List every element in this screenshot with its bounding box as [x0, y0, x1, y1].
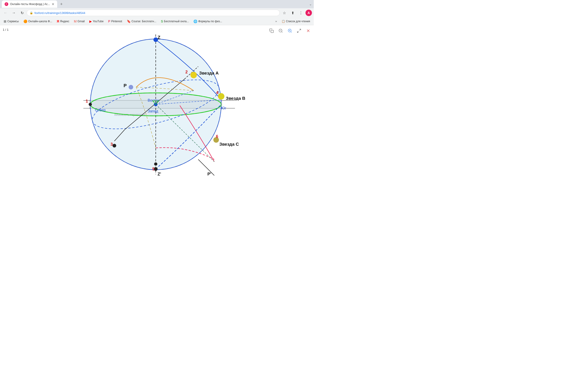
forward-button[interactable]: → — [10, 9, 17, 17]
reading-list-label: Список для чтения — [286, 20, 310, 23]
share-button[interactable]: ⬆ — [289, 9, 296, 17]
bookmark-gmail[interactable]: M Gmail — [72, 19, 86, 24]
bookmark-youtube[interactable]: ▶ YouTube — [87, 19, 105, 24]
bookmarks-bar: ⊞ Сервисы 🟠 Онлайн-школа Ф... Я Яндекс M… — [0, 17, 314, 25]
svg-line-3 — [282, 32, 283, 33]
bookmark-formulas[interactable]: 🌐 Формулы по физ... — [191, 19, 224, 24]
star-c-label: Звезда С — [219, 142, 239, 147]
youtube-icon: ▶ — [89, 19, 92, 23]
svg-point-39 — [154, 162, 157, 166]
num4-label: 4 — [216, 90, 218, 95]
bookmark-label: Онлайн-школа Ф... — [28, 20, 52, 23]
p-prime-label: P' — [208, 172, 211, 176]
south-label: Юг — [221, 106, 226, 110]
svg-point-35 — [218, 93, 225, 100]
content-area: 1 / 1 — [0, 25, 314, 184]
bookmark-besplatniy[interactable]: S Бесплатный онла... — [159, 19, 191, 24]
new-tab-button[interactable]: + — [58, 1, 65, 7]
diagram-container: плоскость горизонта — [0, 25, 314, 184]
reading-list-icon: 📋 — [282, 20, 285, 23]
url-text: foxford.ru/trainings/13699/tasks/48544 — [35, 11, 85, 15]
nav-actions: ☆ ⬆ ⋮ A — [281, 9, 312, 17]
north-label: Север — [95, 108, 106, 112]
bookmark-label: Яндекс — [60, 20, 69, 23]
svg-point-31 — [153, 37, 158, 42]
nav-bar: ← → ↻ 🔒 foxford.ru/trainings/13699/tasks… — [0, 8, 314, 17]
bookmark-yandex[interactable]: Я Яндекс — [55, 19, 71, 24]
more-options-button[interactable]: ⋮ — [297, 9, 304, 17]
num6-label: 6 — [216, 134, 218, 139]
copy-button[interactable] — [268, 27, 275, 34]
active-tab[interactable]: F Онлайн-тесты Фоксфорд | Ас... ✕ — [2, 0, 57, 8]
num3-label: 3 — [111, 142, 113, 147]
z-prime-label: Z' — [157, 172, 161, 176]
zoom-in-button[interactable] — [286, 27, 294, 34]
yandex-icon: Я — [57, 19, 59, 23]
bookmark-label: Формулы по физ... — [198, 20, 222, 23]
svg-line-8 — [300, 29, 301, 31]
besplatniy-icon: S — [161, 19, 163, 23]
tab-more-button[interactable]: ⌄ — [309, 2, 312, 6]
svg-rect-0 — [271, 30, 274, 33]
tab-title: Онлайн-тесты Фоксфорд | Ас... — [10, 2, 50, 6]
bookmark-label: Сервисы — [7, 20, 19, 23]
svg-point-37 — [89, 103, 92, 106]
close-button[interactable] — [304, 27, 312, 34]
bookmark-star-button[interactable]: ☆ — [281, 9, 288, 17]
reload-button[interactable]: ↻ — [18, 9, 26, 17]
bookmark-foxford[interactable]: 🟠 Онлайн-школа Ф... — [22, 19, 54, 24]
tab-close-button[interactable]: ✕ — [52, 2, 54, 6]
profile-button[interactable]: A — [305, 10, 312, 16]
star-b-label: Звезда В — [226, 96, 245, 101]
svg-line-9 — [297, 31, 299, 33]
foxford-icon: 🟠 — [23, 19, 27, 23]
p-label: P — [124, 83, 127, 88]
star-a-label: Звезда А — [199, 71, 219, 75]
svg-line-25 — [198, 159, 214, 175]
bookmarks-more-button[interactable]: » — [274, 19, 279, 24]
svg-point-34 — [190, 72, 197, 78]
gmail-icon: M — [74, 19, 77, 23]
west-label: Запад — [148, 109, 158, 113]
formulas-icon: 🌐 — [193, 19, 197, 23]
zoom-out-button[interactable] — [277, 27, 284, 34]
celestial-sphere-diagram: плоскость горизонта — [74, 29, 240, 180]
bookmark-course[interactable]: 🔖 Course: Бесплатн... — [125, 19, 158, 24]
bookmark-label: Gmail — [78, 20, 85, 23]
address-bar[interactable]: 🔒 foxford.ru/trainings/13699/tasks/48544 — [27, 10, 280, 16]
course-icon: 🔖 — [127, 19, 131, 23]
svg-point-33 — [129, 85, 133, 90]
page-counter: 1 / 1 — [3, 28, 9, 31]
num1-label: 1 — [86, 99, 88, 103]
browser-chrome: F Онлайн-тесты Фоксфорд | Ас... ✕ + ⌄ ← … — [0, 0, 314, 25]
services-icon: ⊞ — [4, 19, 6, 23]
bookmark-label: Pinterest — [111, 20, 122, 23]
tab-favicon: F — [5, 2, 8, 6]
svg-point-38 — [112, 144, 116, 148]
bookmark-pinterest[interactable]: P Pinterest — [106, 19, 124, 24]
tab-bar: F Онлайн-тесты Фоксфорд | Ас... ✕ + ⌄ — [0, 0, 314, 8]
svg-line-7 — [291, 32, 292, 33]
reading-list-button[interactable]: 📋 Список для чтения — [280, 19, 312, 24]
num5-label: 5 — [152, 167, 155, 171]
bookmark-services[interactable]: ⊞ Сервисы — [2, 19, 21, 24]
pinterest-icon: P — [108, 19, 110, 23]
bookmark-label: Бесплатный онла... — [164, 20, 189, 23]
bookmark-label: YouTube — [93, 20, 104, 23]
fullscreen-button[interactable] — [295, 27, 303, 34]
lock-icon: 🔒 — [30, 11, 33, 15]
viewer-controls — [268, 27, 312, 34]
num2-label: 2 — [185, 70, 188, 74]
z-label: Z — [157, 35, 160, 40]
back-button[interactable]: ← — [2, 9, 9, 17]
bookmark-label: Course: Бесплатн... — [132, 20, 156, 23]
